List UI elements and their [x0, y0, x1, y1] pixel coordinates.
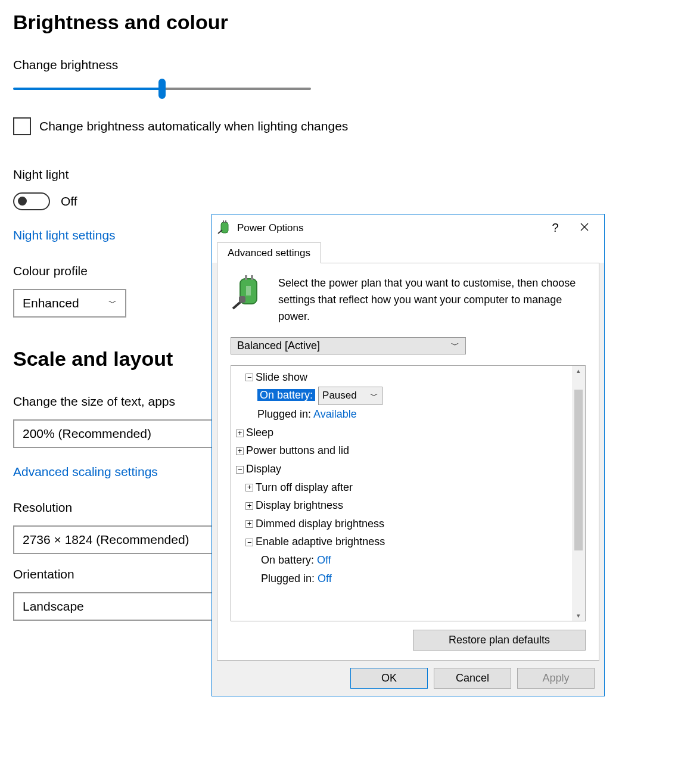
power-options-dialog: Power Options ? Advanced settings [212, 214, 605, 696]
svg-rect-6 [245, 275, 247, 280]
restore-defaults-button[interactable]: Restore plan defaults [413, 630, 586, 651]
power-plan-value: Balanced [Active] [237, 340, 320, 352]
scrollbar[interactable]: ▴ ▾ [572, 366, 585, 621]
node-display-brightness[interactable]: Display brightness [256, 499, 343, 511]
orientation-value: Landscape [23, 599, 84, 614]
change-brightness-label: Change brightness [13, 58, 665, 72]
night-light-state: Off [61, 194, 77, 209]
on-battery-value-select[interactable]: Paused ﹀ [318, 387, 382, 405]
battery-plug-icon [231, 275, 268, 312]
svg-rect-1 [223, 220, 224, 223]
node-sleep[interactable]: Sleep [246, 427, 273, 438]
svg-rect-2 [225, 220, 226, 223]
node-adaptive-brightness[interactable]: Enable adaptive brightness [256, 536, 385, 547]
plugged-in-value[interactable]: Available [313, 408, 357, 420]
scroll-thumb[interactable] [574, 390, 583, 550]
ok-button[interactable]: OK [350, 668, 428, 689]
svg-rect-0 [221, 222, 228, 233]
node-plugged-in-label[interactable]: Plugged in: [257, 408, 311, 420]
brightness-slider[interactable] [13, 83, 311, 95]
night-light-toggle[interactable] [13, 192, 50, 210]
help-button[interactable]: ? [541, 221, 570, 235]
expand-icon[interactable]: + [245, 484, 253, 491]
power-settings-tree[interactable]: −Slide show On battery: Paused ﹀ Plugged… [231, 366, 572, 621]
brightness-heading: Brightness and colour [13, 11, 665, 34]
power-plan-select[interactable]: Balanced [Active] ﹀ [231, 337, 466, 354]
node-slide-show[interactable]: Slide show [256, 371, 307, 383]
chevron-down-icon: ﹀ [451, 340, 459, 351]
auto-brightness-label: Change brightness automatically when lig… [39, 119, 348, 133]
night-light-label: Night light [13, 167, 665, 182]
on-battery-value: Paused [322, 387, 357, 405]
dialog-titlebar[interactable]: Power Options ? [212, 214, 604, 239]
tab-advanced-settings[interactable]: Advanced settings [217, 242, 321, 263]
adaptive-on-battery-label[interactable]: On battery: [261, 554, 314, 566]
chevron-down-icon: ﹀ [108, 298, 117, 309]
node-display[interactable]: Display [246, 463, 281, 475]
colour-profile-value: Enhanced [23, 296, 79, 310]
expand-icon[interactable]: + [245, 520, 253, 528]
collapse-icon[interactable]: − [236, 466, 244, 474]
scale-value: 200% (Recommended) [23, 427, 151, 441]
colour-profile-dropdown[interactable]: Enhanced ﹀ [13, 289, 126, 318]
power-options-icon [217, 220, 232, 236]
chevron-down-icon: ﹀ [370, 389, 378, 403]
auto-brightness-checkbox[interactable] [13, 117, 31, 135]
dialog-title: Power Options [237, 222, 541, 234]
collapse-icon[interactable]: − [245, 539, 253, 546]
svg-rect-8 [246, 286, 251, 295]
node-on-battery-selected[interactable]: On battery: [257, 389, 315, 401]
node-turn-off-display[interactable]: Turn off display after [256, 481, 353, 493]
adaptive-plugged-in-label[interactable]: Plugged in: [261, 573, 315, 584]
close-button[interactable] [570, 222, 599, 234]
collapse-icon[interactable]: − [245, 374, 253, 381]
resolution-value: 2736 × 1824 (Recommended) [23, 533, 189, 547]
adaptive-plugged-in-value[interactable]: Off [318, 573, 332, 584]
apply-button[interactable]: Apply [517, 668, 595, 689]
scroll-down-icon[interactable]: ▾ [572, 612, 585, 620]
node-power-buttons[interactable]: Power buttons and lid [246, 444, 349, 456]
slider-thumb[interactable] [158, 79, 166, 99]
svg-rect-9 [239, 296, 245, 303]
adaptive-on-battery-value[interactable]: Off [317, 554, 331, 566]
dialog-description: Select the power plan that you want to c… [278, 275, 586, 325]
svg-rect-7 [251, 275, 253, 280]
expand-icon[interactable]: + [245, 502, 253, 510]
expand-icon[interactable]: + [236, 430, 244, 437]
node-dimmed-brightness[interactable]: Dimmed display brightness [256, 518, 384, 530]
scroll-up-icon[interactable]: ▴ [572, 367, 585, 375]
cancel-button[interactable]: Cancel [434, 668, 511, 689]
expand-icon[interactable]: + [236, 447, 244, 455]
